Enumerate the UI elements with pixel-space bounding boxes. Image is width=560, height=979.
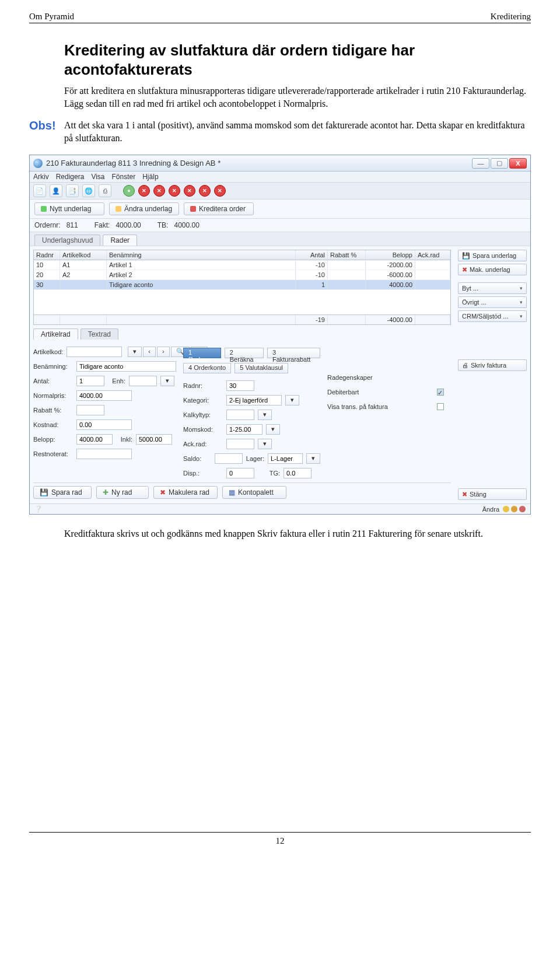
artikelkod-input[interactable] [66, 347, 122, 357]
col-rabatt[interactable]: Rabatt % [328, 250, 366, 260]
saldo-input[interactable] [215, 453, 243, 464]
table-row-selected[interactable]: 30Tidigare aconto14000.00 [34, 280, 450, 290]
table-row[interactable]: 10A1Artikel 1-10-2000.00 [34, 260, 450, 270]
table-row[interactable]: 20A2Artikel 2-10-6000.00 [34, 270, 450, 280]
radegn-button[interactable]: 1 Radegn [183, 348, 221, 358]
artikelkod-next-icon[interactable]: › [157, 347, 170, 357]
artikelkod-prev-icon[interactable]: ‹ [143, 347, 156, 357]
radnr-input[interactable] [226, 380, 254, 391]
toolbar-doc-icon[interactable]: 📑 [66, 184, 79, 197]
toolbar-globe-icon[interactable]: 🌐 [82, 184, 95, 197]
maximize-button[interactable]: ▢ [491, 158, 508, 169]
status-indicator-6[interactable]: ✕ [199, 185, 211, 197]
byt-button[interactable]: Byt ... [458, 282, 527, 294]
col-belopp[interactable]: Belopp [366, 250, 415, 260]
kreditera-order-button[interactable]: Kreditera order [184, 202, 254, 215]
tb-value: 4000.00 [174, 221, 199, 229]
toolbar-user-icon[interactable]: 👤 [50, 184, 62, 197]
valutaklausul-button[interactable]: 5 Valutaklausul [235, 363, 288, 373]
tab-rader[interactable]: Rader [103, 235, 137, 246]
page-number: 12 [276, 836, 285, 845]
menu-redigera[interactable]: Redigera [56, 173, 85, 181]
status-mode: Ändra [482, 506, 499, 513]
close-button[interactable]: X [509, 158, 527, 169]
orderkonto-button[interactable]: 4 Orderkonto [183, 363, 231, 373]
nytt-underlag-button[interactable]: Nytt underlag [34, 202, 104, 215]
fakt-value: 4000.00 [116, 221, 141, 229]
kostnad-input[interactable] [76, 419, 132, 430]
col-benamning[interactable]: Benämning [107, 250, 296, 260]
header-left: Om Pyramid [29, 12, 74, 22]
belopp-input[interactable] [76, 434, 113, 445]
menu-arkiv[interactable]: Arkiv [33, 173, 49, 181]
status-indicator-7[interactable]: ✕ [214, 185, 226, 197]
grid-total-row: -19 -4000.00 [34, 314, 450, 324]
menu-visa[interactable]: Visa [91, 173, 104, 181]
artikelkod-dropdown-icon[interactable]: ▾ [128, 347, 142, 357]
benamning-input[interactable] [76, 361, 176, 372]
menubar: Arkiv Redigera Visa Fönster Hjälp [30, 172, 530, 183]
skriv-faktura-button[interactable]: 🖨Skriv faktura [458, 359, 527, 371]
ackrad-dropdown-icon[interactable]: ▾ [258, 439, 272, 449]
lager-dropdown-icon[interactable]: ▾ [306, 453, 320, 464]
window-title: 210 Fakturaunderlag 811 3 Inredning & De… [46, 159, 472, 167]
col-artikelkod[interactable]: Artikelkod [60, 250, 107, 260]
andra-underlag-button[interactable]: Ändra underlag [109, 202, 179, 215]
stang-button[interactable]: ✖Stäng [458, 488, 527, 500]
col-antal[interactable]: Antal [296, 250, 328, 260]
status-indicator-1[interactable]: ● [123, 185, 135, 197]
tg-input[interactable] [284, 468, 312, 478]
minimize-button[interactable]: — [472, 158, 489, 169]
kalkyltyp-dropdown-icon[interactable]: ▾ [258, 410, 272, 420]
spara-underlag-button[interactable]: 💾Spara underlag [458, 250, 527, 261]
mak-underlag-button[interactable]: ✖Mak. underlag [458, 264, 527, 275]
kategori-dropdown-icon[interactable]: ▾ [285, 395, 299, 405]
obs-label: Obs! [29, 119, 54, 144]
col-ackrad[interactable]: Ack.rad [415, 250, 450, 260]
status-indicator-3[interactable]: ✕ [153, 185, 165, 197]
debiterbart-checkbox[interactable]: ✓ [437, 389, 444, 396]
makulera-rad-button[interactable]: ✖Makulera rad [153, 486, 218, 499]
disp-input[interactable] [226, 468, 254, 478]
radegenskaper-label: Radegenskaper [327, 374, 373, 381]
tab-textrad[interactable]: Textrad [80, 328, 118, 340]
ackrad-input[interactable] [226, 439, 254, 449]
menu-hjalp[interactable]: Hjälp [142, 173, 158, 181]
lager-select[interactable] [268, 453, 303, 464]
tab-artikelrad[interactable]: Artikelrad [33, 328, 78, 340]
header-right: Kreditering [491, 12, 531, 22]
ordernr-value: 811 [66, 221, 78, 229]
berakna-button[interactable]: 2 Beräkna [225, 348, 264, 358]
menu-fonster[interactable]: Fönster [112, 173, 136, 181]
toolbar-print-icon[interactable]: ⎙ [99, 184, 111, 197]
rabatt-input[interactable] [76, 405, 104, 415]
status-indicator-5[interactable]: ✕ [184, 185, 195, 197]
ny-rad-button[interactable]: ✚Ny rad [96, 486, 149, 499]
visatrans-checkbox[interactable] [437, 403, 444, 410]
tab-underlagshuvud[interactable]: Underlagshuvud [34, 235, 100, 246]
obs-text: Att det ska vara 1 i antal (positivt), a… [64, 119, 531, 144]
inkl-input[interactable] [136, 434, 172, 445]
kalkyltyp-select[interactable] [226, 410, 254, 420]
fakturarabatt-button[interactable]: 3 Fakturarabatt [267, 348, 320, 358]
restnoterat-input[interactable] [76, 449, 132, 459]
status-light-1 [503, 506, 509, 512]
kategori-select[interactable] [226, 395, 282, 405]
enh-dropdown-icon[interactable]: ▾ [160, 376, 174, 386]
col-radnr[interactable]: Radnr [34, 250, 60, 260]
antal-input[interactable] [76, 376, 104, 386]
enh-input[interactable] [129, 376, 157, 386]
normalpris-input[interactable] [76, 390, 132, 401]
momskod-dropdown-icon[interactable]: ▾ [266, 424, 280, 435]
crm-button[interactable]: CRM/Säljstöd ... [458, 310, 527, 322]
status-indicator-4[interactable]: ✕ [169, 185, 180, 197]
spara-rad-button[interactable]: 💾Spara rad [33, 486, 92, 499]
status-help-icon[interactable]: ❔ [34, 505, 43, 513]
momskod-select[interactable] [226, 424, 262, 435]
ovrigt-button[interactable]: Övrigt ... [458, 296, 527, 308]
kontopalett-button[interactable]: ▦Kontopalett [222, 486, 286, 499]
visatrans-label: Visa trans. på faktura [327, 403, 433, 410]
section-heading: Kreditering av slutfaktura där ordern ti… [64, 41, 531, 79]
toolbar-new-icon[interactable]: 📄 [33, 184, 46, 197]
status-indicator-2[interactable]: ✕ [138, 185, 150, 197]
